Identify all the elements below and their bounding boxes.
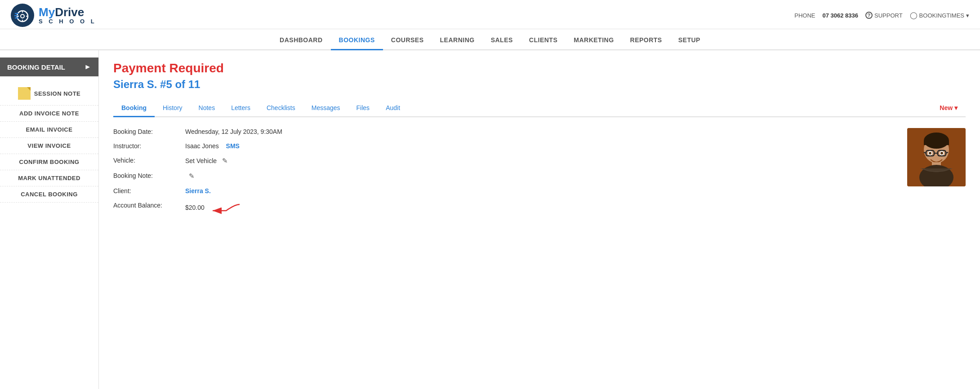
booking-note-value: ✎ xyxy=(185,172,195,180)
nav-sales[interactable]: SALES xyxy=(483,33,521,50)
sidebar-item-view-invoice[interactable]: VIEW INVOICE xyxy=(0,138,98,154)
field-booking-note: Booking Note: ✎ xyxy=(113,172,896,180)
sidebar-item-session-note[interactable]: SESSION NOTE xyxy=(0,82,98,106)
sidebar-cancel-booking-label: CANCEL BOOKING xyxy=(21,191,78,198)
client-label: Client: xyxy=(113,187,185,194)
svg-point-22 xyxy=(940,152,943,155)
balance-arrow-icon xyxy=(208,202,244,214)
sidebar-header-label: BOOKING DETAIL xyxy=(7,63,65,71)
tab-notes[interactable]: Notes xyxy=(191,100,223,117)
content-area: Payment Required Sierra S. #5 of 11 Book… xyxy=(99,50,980,389)
svg-point-20 xyxy=(929,152,931,155)
header: MyDrive S C H O O L PHONE 07 3062 8336 ?… xyxy=(0,0,980,29)
sidebar-item-confirm-booking[interactable]: CONFIRM BOOKING xyxy=(0,154,98,170)
sticky-note-icon xyxy=(18,87,31,100)
sidebar-confirm-booking-label: CONFIRM BOOKING xyxy=(19,159,80,165)
account-balance-label: Account Balance: xyxy=(113,202,185,209)
logo-icon xyxy=(11,4,34,27)
client-photo xyxy=(907,128,966,186)
booking-fields: Booking Date: Wednesday, 12 July 2023, 9… xyxy=(113,128,896,221)
account-label: BOOKINGTIMES xyxy=(919,12,964,19)
support-link[interactable]: ? SUPPORT xyxy=(865,12,903,19)
booking-tabs: Booking History Notes Letters Checklists… xyxy=(113,100,966,117)
tab-history[interactable]: History xyxy=(155,100,191,117)
page-client-title: Sierra S. #5 of 11 xyxy=(113,78,966,91)
vehicle-label: Vehicle: xyxy=(113,157,185,164)
nav-bookings[interactable]: BOOKINGS xyxy=(331,33,383,50)
client-link[interactable]: Sierra S. xyxy=(185,187,211,194)
support-label: SUPPORT xyxy=(874,12,903,19)
main-layout: BOOKING DETAIL ► SESSION NOTE ADD INVOIC… xyxy=(0,50,980,389)
tab-messages[interactable]: Messages xyxy=(303,100,348,117)
sidebar-item-add-invoice-note[interactable]: ADD INVOICE NOTE xyxy=(0,106,98,122)
note-edit-icon[interactable]: ✎ xyxy=(189,172,195,180)
nav-dashboard[interactable]: DASHBOARD xyxy=(272,33,331,50)
phone-number: 07 3062 8336 xyxy=(822,12,858,19)
main-nav: DASHBOARD BOOKINGS COURSES LEARNING SALE… xyxy=(0,29,980,50)
account-balance-value: $20.00 xyxy=(185,202,244,214)
sidebar-email-invoice-label: EMAIL INVOICE xyxy=(26,126,73,133)
tab-files[interactable]: Files xyxy=(348,100,378,117)
phone-label: PHONE xyxy=(794,12,815,19)
nav-learning[interactable]: LEARNING xyxy=(432,33,483,50)
sidebar-item-email-invoice[interactable]: EMAIL INVOICE xyxy=(0,122,98,138)
account-link[interactable]: ◯ BOOKINGTIMES ▾ xyxy=(910,11,969,19)
logo-text: MyDrive S C H O O L xyxy=(39,6,97,25)
logo: MyDrive S C H O O L xyxy=(11,4,97,27)
vehicle-value: Set Vehicle ✎ xyxy=(185,157,228,165)
booking-date-label: Booking Date: xyxy=(113,128,185,135)
booking-note-label: Booking Note: xyxy=(113,172,185,179)
booking-date-value: Wednesday, 12 July 2023, 9:30AM xyxy=(185,128,282,135)
sidebar-view-invoice-label: VIEW INVOICE xyxy=(27,142,71,149)
field-instructor: Instructor: Isaac Jones SMS xyxy=(113,142,896,150)
instructor-label: Instructor: xyxy=(113,142,185,150)
tab-checklists[interactable]: Checklists xyxy=(258,100,303,117)
logo-my: My xyxy=(39,5,55,19)
sidebar-header[interactable]: BOOKING DETAIL ► xyxy=(0,57,98,76)
sms-link[interactable]: SMS xyxy=(226,142,240,150)
sidebar-add-invoice-note-label: ADD INVOICE NOTE xyxy=(19,110,79,117)
user-icon: ◯ xyxy=(910,11,918,19)
sidebar-chevron-icon: ► xyxy=(84,63,91,71)
logo-drive: Drive xyxy=(55,5,84,19)
tab-letters[interactable]: Letters xyxy=(223,100,258,117)
sidebar-session-note-label: SESSION NOTE xyxy=(34,90,81,97)
nav-clients[interactable]: CLIENTS xyxy=(521,33,566,50)
svg-point-1 xyxy=(21,14,24,18)
tab-booking[interactable]: Booking xyxy=(113,100,155,117)
instructor-value: Isaac Jones SMS xyxy=(185,142,240,150)
svg-rect-13 xyxy=(924,141,949,145)
header-right: PHONE 07 3062 8336 ? SUPPORT ◯ BOOKINGTI… xyxy=(794,11,969,19)
nav-marketing[interactable]: MARKETING xyxy=(566,33,622,50)
sidebar: BOOKING DETAIL ► SESSION NOTE ADD INVOIC… xyxy=(0,50,99,389)
support-icon: ? xyxy=(865,12,873,19)
tab-new[interactable]: New ▾ xyxy=(931,100,966,117)
booking-body: Booking Date: Wednesday, 12 July 2023, 9… xyxy=(113,128,966,221)
nav-courses[interactable]: COURSES xyxy=(383,33,432,50)
tab-audit[interactable]: Audit xyxy=(378,100,408,117)
sidebar-item-mark-unattended[interactable]: MARK UNATTENDED xyxy=(0,170,98,186)
nav-reports[interactable]: REPORTS xyxy=(622,33,670,50)
nav-setup[interactable]: SETUP xyxy=(670,33,708,50)
field-booking-date: Booking Date: Wednesday, 12 July 2023, 9… xyxy=(113,128,896,135)
field-client: Client: Sierra S. xyxy=(113,187,896,194)
logo-school: S C H O O L xyxy=(39,18,97,25)
client-value: Sierra S. xyxy=(185,187,211,194)
field-account-balance: Account Balance: $20.00 xyxy=(113,202,896,214)
sidebar-mark-unattended-label: MARK UNATTENDED xyxy=(18,175,80,181)
field-vehicle: Vehicle: Set Vehicle ✎ xyxy=(113,157,896,165)
sidebar-item-cancel-booking[interactable]: CANCEL BOOKING xyxy=(0,186,98,203)
page-status-title: Payment Required xyxy=(113,61,966,75)
vehicle-edit-icon[interactable]: ✎ xyxy=(222,157,228,164)
account-chevron-icon: ▾ xyxy=(966,12,969,19)
